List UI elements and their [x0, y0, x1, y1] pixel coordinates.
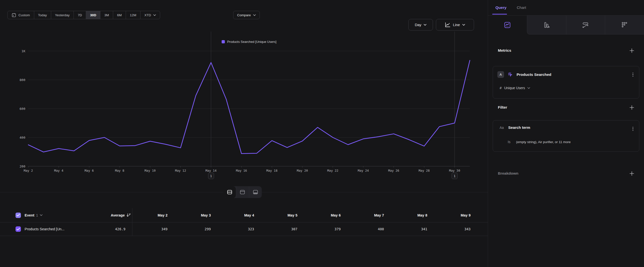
layout-toggle: [223, 186, 262, 198]
split-view-icon: [227, 189, 232, 195]
date-column-header[interactable]: May 4: [219, 213, 262, 217]
tab-query[interactable]: Query: [496, 6, 506, 10]
average-column-header[interactable]: Average: [84, 213, 132, 217]
aggregation-selector[interactable]: # Unique Users: [500, 86, 530, 90]
row-event-name[interactable]: Products Searched [Un...: [24, 227, 84, 231]
main-area: CustomTodayYesterday7D30D3M6M12MXTD Comp…: [0, 0, 488, 267]
date-column-header[interactable]: May 7: [349, 213, 392, 217]
x-axis-label: May 28: [419, 169, 430, 172]
retention-dots-icon: [621, 22, 628, 28]
plus-icon: [630, 48, 634, 53]
report-type-tabs: [488, 16, 644, 35]
x-axis-label: May 24: [358, 169, 369, 172]
filter-property-name: Search term: [508, 125, 530, 130]
results-table: Event 1 Average May 2May 3May 4May 5May …: [0, 208, 488, 236]
series-line: [28, 60, 470, 153]
x-axis-label: May 20: [297, 169, 308, 172]
x-axis-label: May 8: [115, 169, 124, 172]
date-column-header[interactable]: May 6: [306, 213, 349, 217]
y-axis-label: 200: [20, 165, 25, 168]
metric-card[interactable]: A Products Searched # Unique Users: [493, 66, 639, 99]
x-axis-label: May 12: [175, 169, 186, 172]
event-label: Event: [24, 213, 34, 217]
tab-insights[interactable]: [488, 16, 527, 35]
tab-funnels[interactable]: [527, 16, 566, 35]
table-cell-value: 323: [219, 227, 262, 231]
filter-section-title: Filter: [498, 105, 507, 110]
x-axis-label: May 16: [236, 169, 247, 172]
chevron-down-icon: [528, 87, 530, 89]
string-property-icon: Aa: [498, 126, 505, 130]
add-filter-button[interactable]: [629, 104, 635, 110]
tab-retention[interactable]: [605, 16, 644, 35]
panel-header: Query Chart: [488, 0, 644, 16]
metrics-section-title: Metrics: [498, 48, 511, 53]
average-label: Average: [111, 213, 125, 217]
row-checkbox[interactable]: [16, 226, 21, 232]
table-header-row: Event 1 Average May 2May 3May 4May 5May …: [0, 208, 488, 222]
aggregation-label: Unique Users: [504, 86, 525, 90]
table-only-view-button[interactable]: [249, 186, 262, 198]
chart-only-view-icon: [240, 189, 245, 195]
table-cell-value: 299: [176, 227, 219, 231]
annotation-badge[interactable]: 1: [208, 173, 214, 179]
chart-only-view-button[interactable]: [236, 186, 249, 198]
check-icon: [16, 214, 20, 216]
event-column-header[interactable]: Event 1: [24, 213, 84, 217]
plus-icon: [630, 105, 634, 110]
active-tab-underline: [492, 14, 507, 15]
filter-operator[interactable]: Is: [508, 140, 516, 144]
event-cursor-icon: [507, 71, 514, 78]
table-cell-value: 349: [132, 227, 176, 231]
split-view-button[interactable]: [223, 186, 236, 198]
x-axis-label: May 4: [54, 169, 64, 172]
y-axis-label: 400: [20, 136, 25, 139]
filter-value[interactable]: (empty string), Air purifier, or 11 more: [516, 140, 571, 144]
event-count: 1: [36, 213, 38, 217]
filter-options-button[interactable]: [630, 126, 636, 132]
aggregation-symbol: #: [500, 86, 502, 90]
x-axis-label: May 6: [84, 169, 94, 172]
select-all-checkbox[interactable]: [16, 212, 21, 218]
breakdown-section-title: Breakdown: [498, 171, 518, 176]
metric-letter-badge: A: [498, 71, 504, 78]
bar-chart-icon: [544, 22, 550, 28]
date-column-header[interactable]: May 8: [392, 213, 436, 217]
table-only-view-icon: [253, 189, 258, 195]
table-cell-value: 400: [349, 227, 392, 231]
line-chart[interactable]: 1K800600400200May 2May 4May 6May 8May 10…: [0, 0, 488, 187]
y-axis-label: 600: [20, 107, 25, 111]
date-column-header[interactable]: May 3: [176, 213, 219, 217]
date-column-header[interactable]: May 2: [132, 213, 176, 217]
table-cell-value: 343: [436, 227, 479, 231]
x-axis-label: May 14: [206, 169, 216, 172]
table-cell-value: 307: [262, 227, 306, 231]
x-axis-label: May 26: [388, 169, 399, 172]
check-icon: [16, 228, 20, 230]
tab-flows[interactable]: [566, 16, 605, 35]
query-panel: Query Chart: [488, 0, 644, 267]
annotation-badge[interactable]: 1: [452, 173, 458, 179]
metric-options-button[interactable]: [630, 72, 636, 78]
flows-icon: [582, 22, 589, 28]
metric-name: Products Searched: [516, 72, 551, 77]
sort-descending-icon: [126, 213, 130, 217]
table-cell-value: 379: [306, 227, 349, 231]
x-axis-label: May 22: [327, 169, 338, 172]
add-breakdown-button[interactable]: [629, 170, 635, 176]
x-axis-label: May 30: [449, 169, 460, 172]
y-axis-label: 800: [20, 78, 25, 82]
table-row: Products Searched [Un... 426.9 349299323…: [0, 222, 488, 236]
date-column-header[interactable]: May 5: [262, 213, 306, 217]
x-axis-label: May 10: [145, 169, 156, 172]
table-cell-value: 341: [392, 227, 436, 231]
tab-chart[interactable]: Chart: [517, 6, 526, 10]
filter-card[interactable]: Aa Search term Is (empty string), Air pu…: [493, 120, 639, 152]
insights-chart-icon: [504, 22, 511, 28]
date-column-header[interactable]: May 9: [436, 213, 479, 217]
plus-icon: [630, 171, 634, 176]
chevron-down-icon: [40, 214, 42, 216]
add-metric-button[interactable]: [629, 48, 635, 54]
x-axis-label: May 18: [266, 169, 278, 172]
x-axis-label: May 2: [24, 169, 33, 172]
